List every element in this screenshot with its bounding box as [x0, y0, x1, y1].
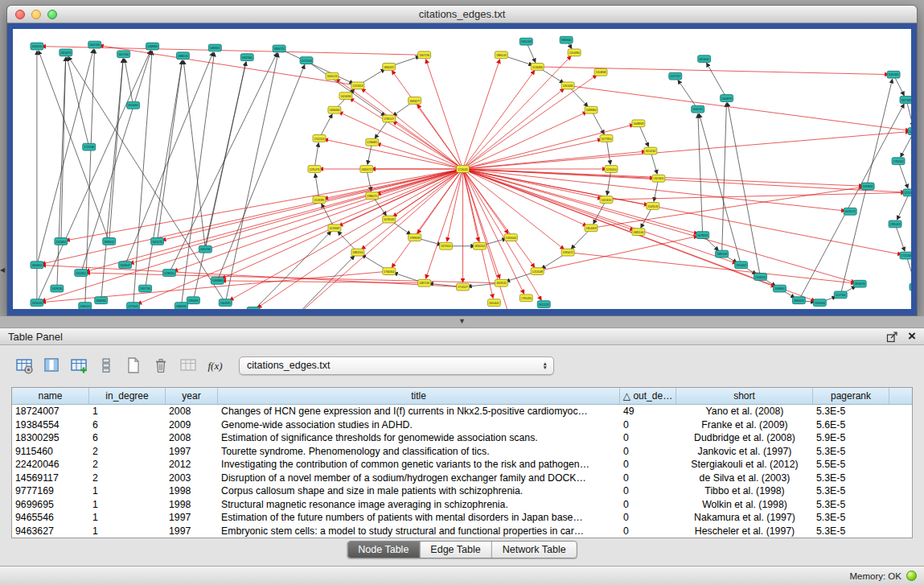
graph-node[interactable]: 2065310	[31, 43, 43, 50]
table-row[interactable]: 911546021997Tourette syndrome. Phenomeno…	[12, 445, 912, 459]
graph-node[interactable]: 1724031	[457, 166, 470, 173]
graph-node[interactable]: 1518494	[531, 64, 544, 71]
graph-node[interactable]: 1611270	[151, 238, 164, 245]
graph-node[interactable]: 1618141	[495, 279, 507, 286]
graph-node[interactable]: 1048933	[632, 120, 645, 127]
graph-node[interactable]: 1650441	[487, 299, 500, 307]
graph-node[interactable]: 1701513	[313, 134, 326, 142]
graph-node[interactable]: 1690677	[409, 97, 421, 105]
graph-node[interactable]: 1625174	[844, 208, 856, 215]
graph-node[interactable]: 1860072	[383, 64, 396, 71]
column-chooser-icon[interactable]	[39, 354, 64, 377]
graph-node[interactable]: 1019387	[328, 225, 341, 232]
graph-node[interactable]: 1261065	[561, 82, 574, 89]
graph-node[interactable]: 1498321	[208, 44, 221, 51]
graph-node[interactable]: 1854459	[585, 225, 598, 232]
table-select-dropdown[interactable]: citations_edges.txt ▲▼	[239, 356, 554, 375]
graph-node[interactable]: 1957730	[139, 285, 152, 292]
column-header-out_de[interactable]: △ out_de…	[620, 388, 676, 404]
column-header-name[interactable]: name	[12, 388, 89, 404]
graph-node[interactable]: 1811223	[537, 301, 550, 308]
delete-table-icon[interactable]	[175, 354, 200, 377]
graph-node[interactable]: 1072747	[669, 72, 682, 80]
table-row[interactable]: 969969511998Structural magnetic resonanc…	[12, 498, 912, 512]
graph-node[interactable]: 1713527	[457, 283, 470, 290]
graph-node[interactable]: 1567230	[418, 51, 431, 59]
graph-node[interactable]: 1780491	[187, 297, 199, 304]
graph-node[interactable]: 1813041	[698, 56, 711, 63]
graph-node[interactable]: 2520650	[55, 238, 68, 245]
graph-node[interactable]: 1735162	[892, 158, 905, 165]
graph-node[interactable]: 1882156	[351, 249, 364, 256]
graph-node[interactable]: 2053165	[127, 101, 140, 109]
graph-node[interactable]: 1456187	[908, 128, 911, 135]
graph-node[interactable]: 1824073	[60, 49, 72, 56]
graph-node[interactable]: 1721033	[900, 252, 911, 259]
graph-node[interactable]: 1077850	[600, 134, 613, 142]
graph-node[interactable]: 1275041	[127, 303, 140, 309]
graph-node[interactable]: 1698360	[585, 106, 598, 113]
panel-splitter[interactable]: ▼	[0, 316, 924, 328]
graph-node[interactable]: 1221042	[903, 189, 911, 196]
import-table-icon[interactable]	[66, 354, 91, 377]
graph-node[interactable]: 1222053	[351, 82, 364, 89]
close-button[interactable]	[15, 10, 25, 19]
graph-node[interactable]: 1487245	[418, 279, 431, 286]
graph-node[interactable]: 1986275	[366, 192, 379, 200]
graph-node[interactable]: 1078143	[383, 216, 396, 223]
graph-node[interactable]: 1216010	[605, 166, 618, 173]
graph-node[interactable]: 1920503	[31, 299, 43, 307]
float-panel-icon[interactable]	[886, 331, 898, 343]
graph-node[interactable]: 2012651	[75, 270, 88, 277]
graph-node[interactable]: 1236681	[366, 138, 379, 146]
graph-node[interactable]: 1830204	[473, 242, 486, 249]
graph-node[interactable]: 1154808	[594, 68, 607, 76]
graph-node[interactable]: 1291276	[308, 166, 321, 173]
graph-node[interactable]: 1910642	[735, 262, 748, 269]
graph-node[interactable]: 1564879	[721, 95, 733, 102]
graph-node[interactable]: 1600123	[326, 72, 339, 80]
table-row[interactable]: 1938455462009Genome-wide association stu…	[12, 418, 912, 432]
graph-node[interactable]: 1257502	[834, 291, 847, 299]
row-height-icon[interactable]	[93, 354, 118, 377]
column-header-short[interactable]: short	[676, 388, 813, 404]
graph-node[interactable]: 1856721	[273, 45, 285, 52]
graph-node[interactable]: 1785127	[383, 115, 396, 122]
function-builder-icon[interactable]: f(x)	[203, 354, 228, 377]
graph-node[interactable]: 1602156	[88, 41, 101, 48]
graph-node[interactable]: 1239014	[162, 270, 175, 277]
graph-node[interactable]: 1591335	[887, 71, 900, 78]
graph-node[interactable]: 1986120	[176, 52, 189, 60]
graph-node[interactable]: 1635721	[692, 105, 704, 113]
graph-node[interactable]: 1381108	[716, 250, 729, 257]
collapse-arrow-icon[interactable]: ◀	[0, 266, 6, 274]
graph-node[interactable]: 2055736	[199, 245, 211, 253]
table-row[interactable]: 1872400712008Changes of HCN gene express…	[12, 405, 912, 418]
close-panel-icon[interactable]: ×	[908, 331, 916, 342]
tab-node-table[interactable]: Node Table	[347, 542, 420, 558]
column-header-year[interactable]: year	[166, 388, 218, 404]
graph-node[interactable]: 1694322	[792, 297, 805, 304]
graph-node[interactable]: 1935419	[889, 220, 901, 228]
table-row[interactable]: 946554611997Estimation of the future num…	[12, 511, 912, 525]
graph-node[interactable]: 1424094	[339, 93, 352, 100]
new-column-icon[interactable]	[121, 354, 146, 377]
network-canvas[interactable]: 1724031198614215184941261065169836010778…	[13, 29, 911, 309]
graph-node[interactable]: 1595044	[504, 234, 517, 241]
graph-node[interactable]: 1503010	[754, 274, 767, 281]
column-header-title[interactable]: title	[218, 388, 620, 404]
graph-node[interactable]: 1009601	[773, 285, 786, 292]
tab-network-table[interactable]: Network Table	[492, 542, 577, 558]
column-header-pagerank[interactable]: pagerank	[813, 388, 889, 404]
graph-node[interactable]: 1604931	[219, 299, 232, 307]
graph-node[interactable]: 1866392	[175, 303, 187, 309]
graph-node[interactable]: 1595832	[861, 183, 874, 190]
graph-node[interactable]: 1827345	[900, 97, 911, 104]
graph-node[interactable]: 1508167	[119, 262, 132, 269]
tab-edge-table[interactable]: Edge Table	[420, 542, 491, 558]
graph-node[interactable]: 1611610	[600, 196, 613, 204]
graph-node[interactable]: 1924506	[813, 299, 826, 307]
column-header-in_degree[interactable]: in_degree	[89, 388, 166, 404]
graph-node[interactable]: 1723148	[83, 143, 96, 150]
graph-node[interactable]: 1518391	[313, 196, 326, 204]
